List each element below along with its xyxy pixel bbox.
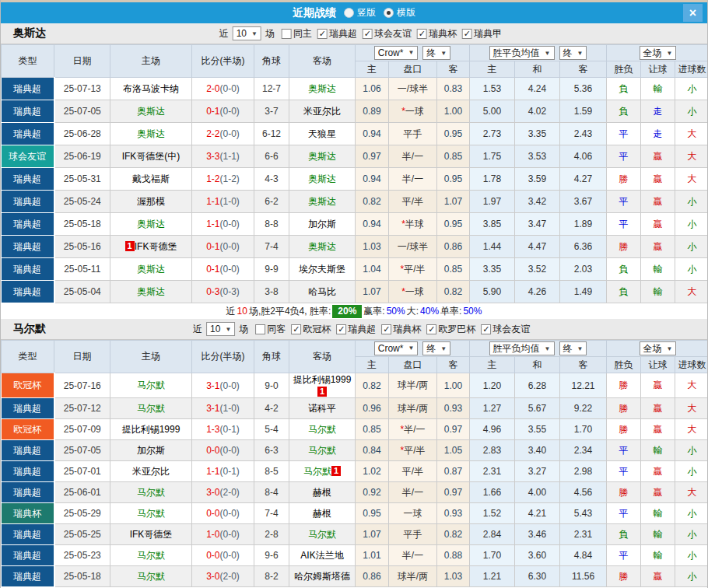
fulltime-select-value: 全场 <box>643 47 662 60</box>
sub-column-header: 让球 <box>641 61 675 78</box>
fulltime-select[interactable]: 全场▼ <box>640 341 677 355</box>
match-date: 25-07-16 <box>54 373 110 398</box>
avg-odds-select[interactable]: 胜平负均值▼ <box>489 341 555 355</box>
fulltime-score: 0-0 <box>206 445 219 456</box>
same-venue-checkbox[interactable]: 同主 <box>282 27 312 40</box>
avg-away: 3.67 <box>560 191 607 213</box>
avg-away: 4.84 <box>560 545 607 566</box>
games-count-select[interactable]: 10▼ <box>233 26 261 40</box>
competition-checkbox[interactable]: ✓欧冠杯 <box>291 323 331 336</box>
avg-final-select[interactable]: 终▼ <box>559 46 587 60</box>
near-label: 近 <box>193 323 202 336</box>
odds-company-select[interactable]: Crow*▼ <box>374 46 419 60</box>
fulltime-score: 0-0 <box>206 508 219 519</box>
result-outcome: 勝 <box>607 373 641 398</box>
sub-column-header: 胜负 <box>607 61 641 78</box>
competition-checkbox[interactable]: ✓瑞典超 <box>336 323 376 336</box>
odds-away: 0.85 <box>437 258 470 281</box>
odds-final-select[interactable]: 终▼ <box>422 341 450 355</box>
result-goals: 小 <box>675 524 708 545</box>
result-handicap: 輸 <box>641 281 675 303</box>
result-goals: 大 <box>675 482 708 503</box>
fulltime-score: 0-0 <box>206 550 219 561</box>
competition-checkbox[interactable]: ✓球会友谊 <box>363 27 412 40</box>
competition-checkbox[interactable]: ✓球会友谊 <box>481 323 530 336</box>
sub-column-header: 胜负 <box>607 357 641 373</box>
competition-checkbox[interactable]: ✓瑞典杯 <box>417 27 457 40</box>
competition-checkbox[interactable]: ✓瑞典杯 <box>381 323 421 336</box>
halftime-score: (0-0) <box>220 380 240 391</box>
match-row: 瑞典超25-05-161IFK哥德堡0-1(0-0)7-4奥斯达1.03一/球半… <box>2 236 708 258</box>
home-team: 奥斯达 <box>110 258 192 281</box>
corners: 8-5 <box>254 461 289 482</box>
avg-odds-select[interactable]: 胜平负均值▼ <box>489 46 555 60</box>
games-count-select[interactable]: 10▼ <box>206 322 235 336</box>
avg-draw: 4.26 <box>515 281 560 303</box>
odds-home: 0.92 <box>356 482 389 503</box>
away-team: 奥斯达 <box>289 145 356 168</box>
radio-horizontal[interactable]: 横版 <box>384 6 415 19</box>
result-handicap: 贏 <box>641 213 675 236</box>
same-venue-checkbox-label: 同客 <box>267 323 286 336</box>
team-link: 渥那模 <box>137 196 165 207</box>
column-header: 比分(半场) <box>192 341 254 373</box>
section-header: 马尔默近10▼场同客✓欧冠杯✓瑞典超✓瑞典杯✓欧罗巴杯✓球会友谊 <box>1 319 707 340</box>
score: 1-1(1-0) <box>192 191 254 213</box>
odds-final-select[interactable]: 终▼ <box>422 46 450 60</box>
fulltime-score: 3-3 <box>206 151 219 162</box>
odds-company-select-value: Crow* <box>378 47 404 58</box>
avg-home: 5.90 <box>470 281 515 303</box>
avg-home: 1.78 <box>470 168 515 191</box>
avg-home: 2.83 <box>470 440 515 461</box>
radio-vertical[interactable]: 竖版 <box>344 6 376 19</box>
match-date: 25-05-29 <box>54 503 110 524</box>
avg-draw: 4.47 <box>515 236 560 258</box>
close-icon[interactable]: × <box>683 4 703 22</box>
competition-checkbox[interactable]: ✓瑞典甲 <box>462 27 502 40</box>
chevron-down-icon: ▼ <box>667 50 673 57</box>
handicap-value: 半/一 <box>402 173 423 184</box>
red-card-badge: 1 <box>125 241 135 251</box>
competition-checkbox[interactable]: ✓欧罗巴杯 <box>426 323 475 336</box>
avg-final-select[interactable]: 终▼ <box>559 341 587 355</box>
match-date: 25-06-01 <box>54 482 110 503</box>
match-row: 瑞典超25-05-31戴戈福斯1-2(1-2)4-3奥斯达0.94半/一0.95… <box>2 168 708 191</box>
team-link: 奥斯达 <box>308 241 336 252</box>
away-team: 奥斯达 <box>289 236 356 258</box>
odds-company-select[interactable]: Crow*▼ <box>374 341 419 355</box>
team-link: 提比利锡1999 <box>122 424 181 435</box>
chevron-down-icon: ▼ <box>440 345 447 352</box>
corners: 4-2 <box>254 398 289 419</box>
team-link: 奥斯达 <box>137 106 165 117</box>
score: 1-1(0-0) <box>192 213 254 236</box>
home-team: 奥斯达 <box>110 213 192 236</box>
away-team: 诺科平 <box>289 398 356 419</box>
fulltime-select[interactable]: 全场▼ <box>640 46 677 60</box>
team-link: 奥斯达 <box>137 286 165 297</box>
corners: 8-8 <box>254 213 289 236</box>
competition-checkbox[interactable]: ✓瑞典超 <box>317 27 357 40</box>
radio-icon <box>344 8 354 18</box>
away-team: 加尔斯 <box>289 213 356 236</box>
fulltime-score: 1-2 <box>206 173 219 184</box>
home-team: 1IFK哥德堡 <box>110 236 192 258</box>
games-count-select-value: 10 <box>210 324 220 334</box>
team-link: 赫根 <box>313 487 331 498</box>
match-date: 25-07-09 <box>54 419 110 440</box>
same-venue-checkbox[interactable]: 同客 <box>255 323 286 336</box>
result-outcome: 平 <box>607 123 641 145</box>
match-date: 25-07-05 <box>54 100 110 123</box>
avg-home: 1.75 <box>470 145 515 168</box>
result-outcome: 負 <box>607 78 641 100</box>
odds-home: 1.01 <box>356 545 389 566</box>
result-handicap: 走 <box>641 123 675 145</box>
halftime-score: (2-0) <box>220 487 240 498</box>
away-team: 米亚尔比 <box>289 100 356 123</box>
avg-home: 3.35 <box>470 258 515 281</box>
team-link: 奥斯达 <box>308 83 336 94</box>
result-handicap: 輸 <box>641 503 675 524</box>
handicap: *平/半 <box>389 440 437 461</box>
summary-bar: 近10场,胜2平4负4, 胜率:20%赢率:50%大:40%单率:50% <box>1 303 707 319</box>
odds-home: 1.02 <box>356 461 389 482</box>
match-row: 瑞典超25-07-05奥斯达0-1(0-0)3-7米亚尔比0.89*一球1.00… <box>2 100 708 123</box>
